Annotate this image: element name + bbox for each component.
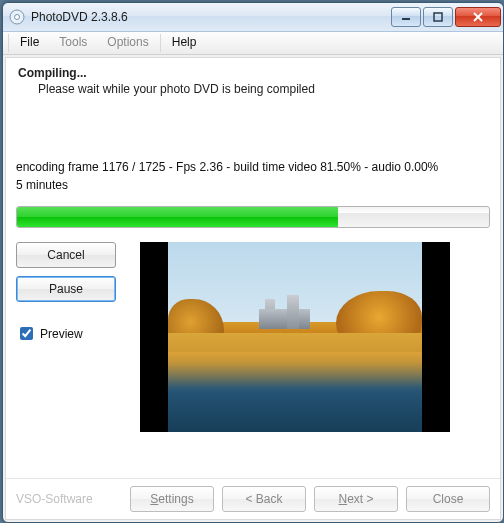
maximize-button[interactable] (423, 7, 453, 27)
preview-image (140, 242, 450, 432)
preview-checkbox[interactable] (20, 327, 33, 340)
page-heading: Compiling... (18, 66, 490, 80)
preview-checkbox-row[interactable]: Preview (16, 324, 116, 343)
app-window: PhotoDVD 2.3.8.6 File Tools Options Help (2, 2, 504, 523)
app-icon (9, 9, 25, 25)
svg-rect-3 (434, 13, 442, 21)
menu-bar: File Tools Options Help (3, 32, 503, 55)
menu-tools[interactable]: Tools (49, 32, 97, 54)
progress-bar (16, 206, 490, 228)
progress-fill (17, 207, 338, 227)
next-text: ext > (347, 492, 373, 506)
window-title: PhotoDVD 2.3.8.6 (31, 10, 391, 24)
next-button[interactable]: Next > (314, 486, 398, 512)
brand-label: VSO-Software (16, 492, 93, 506)
pause-button[interactable]: Pause (16, 276, 116, 302)
minimize-button[interactable] (391, 7, 421, 27)
cancel-button[interactable]: Cancel (16, 242, 116, 268)
menu-file[interactable]: File (10, 32, 49, 54)
window-controls (391, 7, 501, 27)
settings-text: ettings (158, 492, 193, 506)
close-button[interactable]: Close (406, 486, 490, 512)
menu-options[interactable]: Options (97, 32, 158, 54)
preview-label: Preview (40, 327, 83, 341)
time-remaining: 5 minutes (16, 178, 490, 192)
status-line: encoding frame 1176 / 1725 - Fps 2.36 - … (16, 160, 490, 174)
menu-help[interactable]: Help (162, 32, 207, 54)
page-subtext: Please wait while your photo DVD is bein… (38, 82, 490, 96)
content: Compiling... Please wait while your phot… (6, 58, 500, 478)
close-window-button[interactable] (455, 7, 501, 27)
svg-point-1 (15, 15, 20, 20)
title-bar: PhotoDVD 2.3.8.6 (3, 3, 503, 32)
client-area: Compiling... Please wait while your phot… (5, 57, 501, 520)
settings-button[interactable]: Settings (130, 486, 214, 512)
footer: VSO-Software Settings < Back Next > Clos… (6, 478, 500, 519)
back-button[interactable]: < Back (222, 486, 306, 512)
